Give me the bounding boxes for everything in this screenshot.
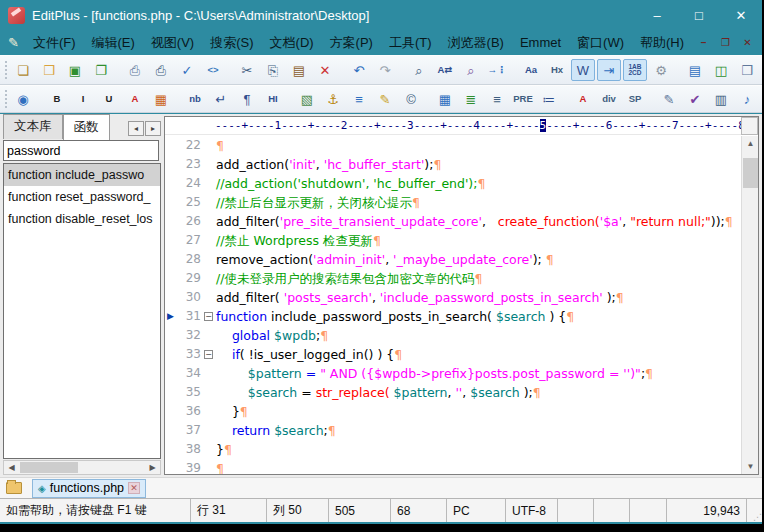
anchor-button[interactable]: ⚓ bbox=[321, 88, 345, 110]
document-list-button[interactable]: ▤ bbox=[683, 59, 707, 81]
replace-button[interactable]: A⇄ bbox=[433, 59, 457, 81]
copy-button[interactable]: ⎘ bbox=[261, 59, 285, 81]
code-line[interactable]: 25//禁止后台显示更新，关闭核心提示¶ bbox=[165, 193, 741, 212]
auto-indent-button[interactable]: ⇥ bbox=[597, 59, 621, 81]
sidebar-horizontal-scrollbar[interactable]: ◀ ▶ bbox=[3, 460, 161, 475]
tab-scroll-right-button[interactable]: ▸ bbox=[145, 121, 161, 136]
html-tags-button[interactable]: <> bbox=[201, 59, 225, 81]
code-line[interactable]: 29//使未登录用户的搜索结果包含加密文章的代码¶ bbox=[165, 269, 741, 288]
function-list-item[interactable]: function include_passwo bbox=[4, 164, 160, 186]
fold-toggle[interactable]: − bbox=[201, 345, 216, 364]
redo-button[interactable]: ↷ bbox=[373, 59, 397, 81]
code-line[interactable]: 32 global $wpdb;¶ bbox=[165, 326, 741, 345]
scroll-left-icon[interactable]: ◀ bbox=[4, 463, 19, 472]
underline-button[interactable]: U bbox=[97, 88, 121, 110]
tab-scroll-left-button[interactable]: ◂ bbox=[128, 121, 144, 136]
note-button[interactable]: ✎ bbox=[373, 88, 397, 110]
menu-item-0[interactable]: 文件(F) bbox=[25, 32, 84, 53]
output-window-button[interactable]: ◫ bbox=[709, 59, 733, 81]
code-line[interactable]: 33− if( !is_user_logged_in() ) {¶ bbox=[165, 345, 741, 364]
print-preview-button[interactable]: ⎙ bbox=[123, 59, 147, 81]
scroll-down-icon[interactable]: ▼ bbox=[742, 459, 759, 474]
open-file-button[interactable]: ❒ bbox=[37, 59, 61, 81]
font-color-button[interactable]: A bbox=[123, 88, 147, 110]
save-all-button[interactable]: ❐ bbox=[89, 59, 113, 81]
maximize-button[interactable]: □ bbox=[678, 0, 720, 30]
close-button[interactable]: ✕ bbox=[720, 0, 762, 30]
code-line[interactable]: 22¶ bbox=[165, 136, 741, 155]
audio-button[interactable]: ♪ bbox=[735, 88, 759, 110]
menu-item-10[interactable]: 帮助(H) bbox=[632, 32, 692, 53]
code-line[interactable]: 23add_action('init', 'hc_buffer_start');… bbox=[165, 155, 741, 174]
document-tab-functions-php[interactable]: ◈functions.php✕ bbox=[32, 479, 146, 498]
menu-item-1[interactable]: 编辑(E) bbox=[84, 32, 143, 53]
code-editor[interactable]: 22¶23add_action('init', 'hc_buffer_start… bbox=[165, 136, 741, 474]
mdi-restore-button[interactable]: ❐ bbox=[716, 35, 735, 51]
menu-item-2[interactable]: 视图(V) bbox=[143, 32, 202, 53]
image-button[interactable]: ▧ bbox=[295, 88, 319, 110]
code-line[interactable]: 35 $search = str_replace( $pattern, '', … bbox=[165, 383, 741, 402]
spell-check-button[interactable]: ✓ bbox=[175, 59, 199, 81]
menu-item-7[interactable]: 浏览器(B) bbox=[440, 32, 512, 53]
scrollbar-thumb[interactable] bbox=[743, 158, 758, 188]
font-button[interactable]: Aa bbox=[519, 59, 543, 81]
function-search-input[interactable] bbox=[3, 140, 159, 161]
menu-item-3[interactable]: 搜索(S) bbox=[202, 32, 261, 53]
font-tag-button[interactable]: A bbox=[571, 88, 595, 110]
browser-button[interactable]: ◉ bbox=[11, 88, 35, 110]
mdi-minimize-button[interactable]: – bbox=[694, 35, 713, 51]
undo-button[interactable]: ↶ bbox=[347, 59, 371, 81]
print-button[interactable]: ⎙ bbox=[149, 59, 173, 81]
heading-button[interactable]: HI bbox=[261, 88, 285, 110]
delete-button[interactable]: ✕ bbox=[313, 59, 337, 81]
code-line[interactable]: ▶31−function include_password_posts_in_s… bbox=[165, 307, 741, 326]
preformatted-button[interactable]: PRE bbox=[511, 88, 535, 110]
table-row-button[interactable]: ≣ bbox=[459, 88, 483, 110]
div-tag-button[interactable]: div bbox=[597, 88, 621, 110]
function-list-item[interactable]: function reset_password_ bbox=[4, 186, 160, 208]
form-check-button[interactable]: ✔ bbox=[683, 88, 707, 110]
fold-toggle[interactable]: − bbox=[201, 307, 216, 326]
menu-item-9[interactable]: 窗口(W) bbox=[569, 32, 632, 53]
mdi-close-button[interactable]: ✕ bbox=[738, 35, 757, 51]
collapse-icon[interactable]: − bbox=[204, 350, 213, 359]
code-line[interactable]: 37 return $search;¶ bbox=[165, 421, 741, 440]
code-line[interactable]: 38}¶ bbox=[165, 440, 741, 459]
code-line[interactable]: 24//add_action('shutdown', 'hc_buffer_en… bbox=[165, 174, 741, 193]
resize-grip[interactable]: ⋰ bbox=[747, 499, 762, 522]
code-line[interactable]: 26add_filter('pre_site_transient_update_… bbox=[165, 212, 741, 231]
center-align-button[interactable]: ≡ bbox=[485, 88, 509, 110]
nbsp-button[interactable]: nb bbox=[183, 88, 207, 110]
line-numbers-button[interactable]: 1AB 2CD bbox=[623, 59, 647, 81]
code-line[interactable]: 39¶ bbox=[165, 459, 741, 474]
scrollbar-thumb[interactable] bbox=[20, 462, 78, 473]
paste-button[interactable]: ▤ bbox=[287, 59, 311, 81]
find-in-files-button[interactable]: ⌕ bbox=[459, 59, 483, 81]
form-button[interactable]: ✎ bbox=[657, 88, 681, 110]
toolbar-grip[interactable] bbox=[5, 90, 7, 108]
menu-item-6[interactable]: 工具(T) bbox=[381, 32, 440, 53]
color-palette-button[interactable]: ▦ bbox=[149, 88, 173, 110]
menu-item-8[interactable]: Emmet bbox=[512, 32, 569, 53]
bold-button[interactable]: B bbox=[45, 88, 69, 110]
collapse-icon[interactable]: − bbox=[204, 312, 213, 321]
sidebar-tab-cliptext[interactable]: 文本库 bbox=[3, 114, 63, 139]
toolbar-grip[interactable] bbox=[5, 61, 7, 79]
code-line[interactable]: 30add_filter( 'posts_search', 'include_p… bbox=[165, 288, 741, 307]
new-file-button[interactable]: ❏ bbox=[11, 59, 35, 81]
video-button[interactable]: ▥ bbox=[709, 88, 733, 110]
special-character-button[interactable]: © bbox=[399, 88, 423, 110]
tab-close-icon[interactable]: ✕ bbox=[128, 482, 140, 494]
line-break-button[interactable]: ↵ bbox=[209, 88, 233, 110]
find-button[interactable]: ⌕ bbox=[407, 59, 431, 81]
go-to-line-button[interactable]: →⋮ bbox=[485, 59, 509, 81]
paragraph-button[interactable]: ¶ bbox=[235, 88, 259, 110]
code-line[interactable]: 27//禁止 Wordpress 检查更新¶ bbox=[165, 231, 741, 250]
browser-window-button[interactable]: ❒ bbox=[735, 59, 759, 81]
horizontal-rule-button[interactable]: ≡ bbox=[347, 88, 371, 110]
hex-view-button[interactable]: Hx bbox=[545, 59, 569, 81]
save-button[interactable]: ▣ bbox=[63, 59, 87, 81]
sidebar-tab-functions[interactable]: 函数 bbox=[63, 114, 110, 140]
function-list-item[interactable]: function disable_reset_los bbox=[4, 208, 160, 230]
preferences-button[interactable]: ⚙ bbox=[649, 59, 673, 81]
